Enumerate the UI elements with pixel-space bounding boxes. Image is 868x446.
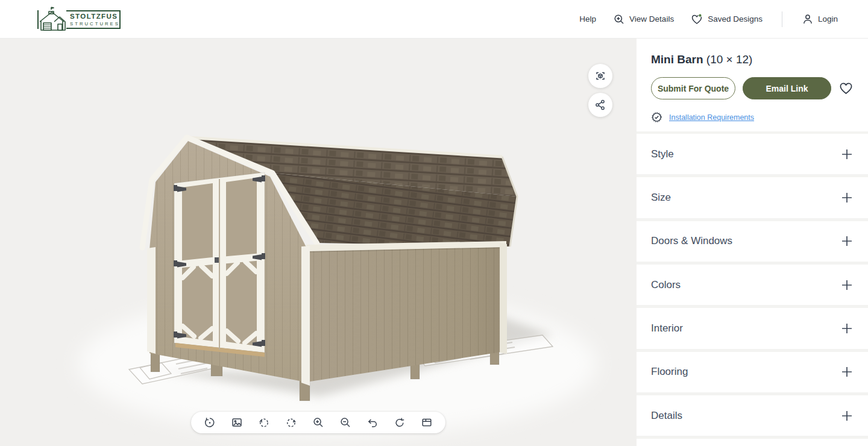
nav-divider: [782, 11, 782, 27]
main-area: Mini Barn (10 × 12) Submit For Quote Ema…: [0, 39, 868, 446]
user-icon: [802, 13, 814, 25]
shed-3d-model: [0, 39, 637, 446]
nav-saved-designs[interactable]: Saved Designs: [691, 13, 763, 25]
rotate-left-icon: [258, 416, 270, 429]
rotate-left-button[interactable]: [257, 416, 271, 429]
plus-icon: [840, 191, 854, 204]
front-left-corner-trim: [147, 247, 156, 354]
accordion-flooring[interactable]: Flooring: [637, 352, 868, 392]
brand-subname: STRUCTURES: [70, 21, 120, 27]
accordion-details[interactable]: Details: [637, 395, 868, 436]
plus-icon: [840, 148, 854, 161]
double-doors: [174, 172, 265, 357]
reset-view-button[interactable]: [203, 416, 216, 429]
action-buttons: Submit For Quote Email Link: [651, 77, 854, 99]
reset-view-icon: [204, 416, 216, 429]
undo-button[interactable]: [366, 416, 379, 429]
nav-login-label: Login: [818, 14, 838, 24]
accordion-doors-windows[interactable]: Doors & Windows: [637, 221, 868, 262]
accordion-interior-label: Interior: [651, 322, 683, 334]
rotate-right-icon: [285, 416, 297, 429]
product-name: Mini Barn: [651, 53, 703, 66]
nav-view-details[interactable]: View Details: [613, 13, 674, 25]
accordion-style[interactable]: Style: [637, 134, 868, 174]
zoom-in-button[interactable]: [312, 416, 325, 429]
plus-icon: [840, 234, 854, 248]
dimensions-icon: [421, 416, 433, 429]
focus-model-button[interactable]: [588, 64, 612, 88]
zoom-details-icon: [613, 13, 625, 25]
snapshot-icon: [231, 416, 243, 429]
accordion-size[interactable]: Size: [637, 177, 868, 218]
focus-model-icon: [594, 70, 606, 82]
product-summary: Mini Barn (10 × 12) Submit For Quote Ema…: [637, 39, 868, 131]
nav-saved-designs-label: Saved Designs: [708, 14, 763, 24]
heart-icon: [838, 81, 854, 95]
installation-requirements-link[interactable]: Installation Requirements: [669, 113, 754, 122]
accordion-doors-windows-label: Doors & Windows: [651, 235, 732, 247]
email-link-button[interactable]: Email Link: [743, 77, 831, 99]
accordion-details-label: Details: [651, 410, 682, 422]
model-viewport[interactable]: [0, 39, 637, 446]
heart-badge-icon: [691, 13, 703, 25]
back-right-corner-trim: [500, 243, 507, 354]
share-icon: [594, 99, 606, 111]
dimensions-button[interactable]: [420, 416, 433, 429]
share-button[interactable]: [588, 93, 612, 117]
zoom-out-icon: [339, 416, 351, 429]
accordion-colors-label: Colors: [651, 279, 681, 291]
product-dimensions: (10 × 12): [706, 53, 753, 66]
submit-quote-button[interactable]: Submit For Quote: [651, 77, 735, 99]
brand-name: STOLTZFUS: [70, 13, 118, 20]
snapshot-button[interactable]: [230, 416, 244, 429]
plus-icon: [840, 278, 854, 292]
top-header: STOLTZFUS STRUCTURES Help View Details S…: [0, 0, 868, 39]
zoom-out-button[interactable]: [339, 416, 352, 429]
viewer-toolbar: [191, 412, 445, 433]
redo-icon: [394, 416, 406, 429]
plus-icon: [840, 409, 854, 422]
accordion-style-label: Style: [651, 148, 674, 160]
accordion-interior[interactable]: Interior: [637, 308, 868, 348]
product-title: Mini Barn (10 × 12): [651, 53, 854, 66]
configurator-panel: Mini Barn (10 × 12) Submit For Quote Ema…: [637, 39, 868, 446]
front-right-corner-trim: [301, 246, 310, 386]
accordion-size-label: Size: [651, 192, 671, 204]
brand-logo[interactable]: STOLTZFUS STRUCTURES: [30, 5, 122, 33]
plus-icon: [840, 365, 854, 378]
header-nav: Help View Details Saved Designs Login: [579, 11, 838, 27]
nav-help[interactable]: Help: [579, 14, 596, 24]
redo-button[interactable]: [393, 416, 406, 429]
badge-check-icon: [651, 111, 662, 123]
nav-login[interactable]: Login: [802, 13, 838, 25]
favorite-button[interactable]: [838, 81, 854, 95]
accordion-flooring-label: Flooring: [651, 366, 688, 378]
installation-requirements-row: Installation Requirements: [651, 111, 854, 123]
rotate-right-button[interactable]: [285, 416, 298, 429]
stoltzfus-logo-icon: STOLTZFUS STRUCTURES: [30, 5, 122, 33]
undo-icon: [366, 416, 379, 429]
nav-help-label: Help: [579, 14, 596, 24]
door-latch: [215, 257, 219, 263]
accordion-next-section-peek[interactable]: [637, 439, 868, 446]
plus-icon: [840, 322, 854, 335]
accordion-colors[interactable]: Colors: [637, 265, 868, 305]
nav-view-details-label: View Details: [629, 14, 674, 24]
zoom-in-icon: [312, 416, 324, 429]
viewer-floating-buttons: [588, 64, 612, 117]
